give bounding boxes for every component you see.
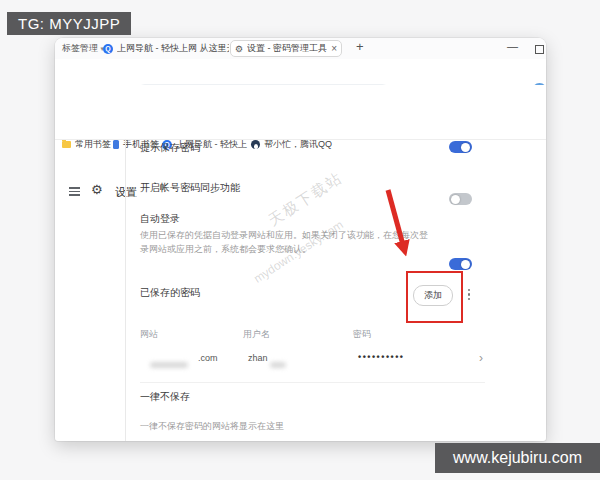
qqbrowser-logo-icon: Q xyxy=(103,44,113,54)
browser-window: 标签管理 ▾ Q 上网导航 - 轻快上网 从这里开始 ⚙ 设置 - 密码管理工具… xyxy=(55,38,546,441)
prompt-save-toggle[interactable] xyxy=(449,141,472,153)
col-password: 密码 xyxy=(353,328,371,341)
settings-menu-icon[interactable] xyxy=(69,187,80,196)
tab-manager-label: 标签管理 xyxy=(62,43,98,53)
gear-icon: ⚙ xyxy=(235,44,243,54)
gear-icon: ⚙ xyxy=(91,182,103,197)
username-cell: zhan xyxy=(248,353,268,363)
never-save-desc: 一律不保存密码的网站将显示在这里 xyxy=(140,420,284,433)
sync-toggle[interactable] xyxy=(449,193,472,205)
tab-strip: 标签管理 ▾ Q 上网导航 - 轻快上网 从这里开始 ⚙ 设置 - 密码管理工具… xyxy=(55,38,546,59)
password-cell: •••••••••• xyxy=(358,352,405,362)
window-minimize-button[interactable]: — xyxy=(507,40,518,52)
page-watermark-cn: 天极下载站 xyxy=(265,168,347,230)
new-tab-button[interactable]: + xyxy=(356,39,364,54)
table-row[interactable]: .com zhan •••••••••• › xyxy=(140,351,492,367)
auto-login-toggle[interactable] xyxy=(449,258,472,270)
tg-watermark-badge: TG: MYYJJPP xyxy=(7,12,131,35)
folder-icon xyxy=(62,141,71,148)
sidebar-divider xyxy=(125,139,126,441)
sync-label: 开启帐号密码同步功能 xyxy=(140,181,240,195)
chevron-right-icon[interactable]: › xyxy=(479,351,483,365)
site-cell: .com xyxy=(198,353,218,363)
phone-icon xyxy=(113,140,119,149)
site-censored-blur xyxy=(150,355,188,373)
screenshot-stage: TG: MYYJJPP www.kejubiru.com 标签管理 ▾ Q 上网… xyxy=(0,0,600,480)
tab-label: 设置 - 密码管理工具 xyxy=(247,42,327,55)
penguin-icon xyxy=(251,140,260,149)
col-username: 用户名 xyxy=(243,328,270,341)
tab-settings-passwords[interactable]: ⚙ 设置 - 密码管理工具 × xyxy=(230,40,342,57)
window-maximize-button[interactable] xyxy=(535,45,544,54)
bookmarks-bar: 常用书签 手机书签 Q 上网导航 - 轻快上 帮小忙，腾讯QQ xyxy=(55,85,546,108)
auto-login-desc: 使用已保存的凭据自动登录网站和应用。如果关闭了该功能，在您每次登录网站或应用之前… xyxy=(140,228,432,256)
username-censored-blur xyxy=(270,355,286,373)
page-title: 设置 xyxy=(115,185,137,200)
settings-header: ⚙ 设置 xyxy=(55,107,546,140)
red-highlight-box xyxy=(406,271,463,323)
tab-close-icon[interactable]: × xyxy=(331,44,337,54)
row-divider xyxy=(140,382,485,383)
browser-toolbar: ← → ⌂ qqbrowser://settings/passwords ☆ xyxy=(55,59,546,85)
tab-manager-button[interactable]: 标签管理 ▾ xyxy=(62,38,104,59)
prompt-save-label: 提示保存密码 xyxy=(140,141,200,155)
tab-nav-homepage[interactable]: Q 上网导航 - 轻快上网 从这里开始 xyxy=(103,40,229,57)
site-watermark-badge: www.kejubiru.com xyxy=(435,443,600,473)
auto-login-title: 自动登录 xyxy=(140,212,180,226)
never-save-title: 一律不保存 xyxy=(140,390,190,404)
tab-label: 上网导航 - 轻快上网 从这里开始 xyxy=(117,42,229,55)
more-options-icon[interactable] xyxy=(468,289,470,300)
saved-passwords-title: 已保存的密码 xyxy=(140,286,200,300)
col-website: 网站 xyxy=(140,328,158,341)
